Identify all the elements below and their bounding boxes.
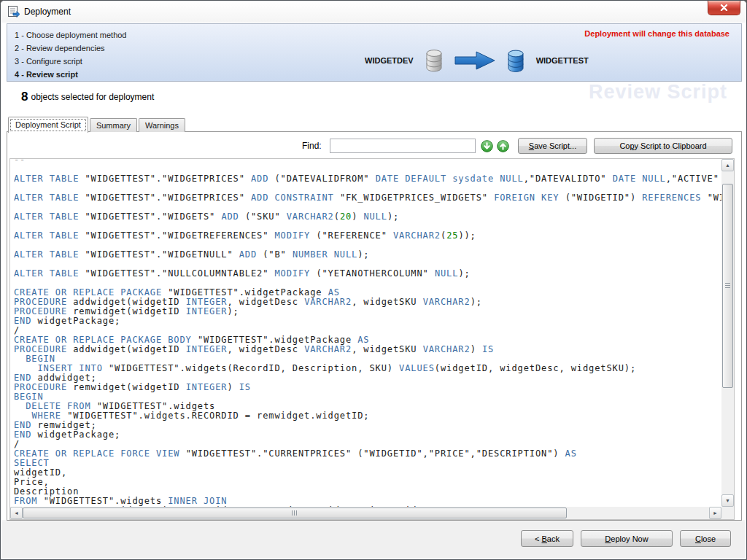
scroll-left-arrow[interactable]: ◄: [10, 507, 23, 519]
find-previous-button[interactable]: [497, 140, 509, 152]
vertical-scrollbar-thumb[interactable]: [722, 184, 733, 388]
script-text-area[interactable]: --ALTER TABLE "WIDGETTEST"."WIDGETPRICES…: [10, 159, 721, 507]
vertical-scrollbar[interactable]: ▲ ▼: [721, 159, 734, 507]
script-line: WHERE "WIDGETTEST".widgets.RECORDID = re…: [14, 411, 721, 421]
copy-script-to-clipboard-button[interactable]: Copy Script to Clipboard: [594, 138, 732, 154]
script-line: --: [14, 159, 721, 165]
script-line: PROCEDURE addwidget(widgetID INTEGER, wi…: [14, 345, 721, 354]
script-line: END widgetPackage;: [14, 316, 721, 326]
objects-count-text: objects selected for deployment: [31, 92, 154, 102]
window-title: Deployment: [24, 7, 71, 17]
review-script-watermark: Review Script: [589, 81, 727, 104]
script-line: ALTER TABLE "WIDGETTEST"."WIDGETS" ADD (…: [14, 212, 721, 222]
deployment-dialog: Deployment 1 - Choose deployment method …: [0, 0, 747, 560]
script-line: ALTER TABLE "WIDGETTEST"."WIDGETPRICES" …: [14, 193, 721, 203]
wizard-step-4: 4 - Review script: [15, 68, 126, 81]
horizontal-scrollbar[interactable]: ◄ ►: [10, 507, 721, 519]
script-line: CREATE OR REPLACE FORCE VIEW "WIDGETTEST…: [14, 449, 721, 459]
deployment-warning-text: Deployment will change this database: [584, 29, 729, 38]
wizard-step-3: 3 - Configure script: [15, 55, 126, 68]
deployment-script-tab-page: Find: Save Script... Copy Script to Clip…: [7, 131, 742, 521]
find-input[interactable]: [330, 139, 476, 153]
script-line: INSERT INTO "WIDGETTEST".widgets(RecordI…: [14, 364, 721, 373]
script-line: ALTER TABLE "WIDGETTEST"."NULLCOLUMNTABL…: [14, 269, 721, 279]
tab-summary[interactable]: Summary: [90, 118, 137, 132]
objects-count: 8: [21, 90, 28, 104]
close-button[interactable]: Close: [680, 530, 731, 547]
script-line: Price,: [14, 478, 721, 487]
script-line: END widgetPackage;: [14, 430, 721, 440]
horizontal-scrollbar-thumb[interactable]: [23, 508, 567, 518]
scroll-down-arrow[interactable]: ▼: [721, 494, 734, 507]
tab-warnings[interactable]: Warnings: [139, 118, 185, 132]
app-icon: [7, 5, 20, 18]
script-line: ALTER TABLE "WIDGETTEST"."WIDGETREFERENC…: [14, 231, 721, 241]
script-viewer: --ALTER TABLE "WIDGETTEST"."WIDGETPRICES…: [9, 158, 735, 520]
script-line: SELECT: [14, 459, 721, 468]
scrollbar-corner: [721, 507, 734, 519]
wizard-step-1: 1 - Choose deployment method: [15, 28, 126, 42]
wizard-step-2: 2 - Review dependencies: [15, 42, 126, 55]
close-icon: [720, 4, 728, 11]
title-bar: Deployment: [1, 1, 746, 23]
script-line: ALTER TABLE "WIDGETTEST"."WIDGETNULL" AD…: [14, 250, 721, 260]
target-database-label: WIDGETTEST: [536, 56, 589, 65]
wizard-steps: 1 - Choose deployment method 2 - Review …: [15, 28, 126, 81]
objects-selected-summary: 8objects selected for deployment: [21, 90, 154, 104]
sql-script: --ALTER TABLE "WIDGETTEST"."WIDGETPRICES…: [14, 159, 721, 507]
tab-strip: Deployment Script Summary Warnings: [8, 117, 187, 132]
script-line: ALTER TABLE "WIDGETTEST"."WIDGETPRICES" …: [14, 174, 721, 184]
close-window-button[interactable]: [708, 1, 740, 15]
database-flow: WIDGETDEV: [365, 43, 589, 78]
script-line: widgetID,: [14, 468, 721, 478]
dialog-button-bar: < Back Deploy Now Close: [1, 521, 746, 559]
source-database-icon: [425, 49, 444, 72]
scroll-up-arrow[interactable]: ▲: [721, 159, 734, 171]
save-script-button[interactable]: Save Script...: [518, 138, 587, 154]
script-toolbar: Find: Save Script... Copy Script to Clip…: [7, 132, 741, 158]
deploy-now-button[interactable]: Deploy Now: [581, 530, 673, 547]
scroll-right-arrow[interactable]: ►: [709, 507, 721, 519]
deploy-direction-arrow-icon: [454, 51, 495, 70]
find-next-button[interactable]: [481, 140, 493, 152]
tab-deployment-script[interactable]: Deployment Script: [8, 117, 88, 133]
script-line: PROCEDURE remwidget(widgetID INTEGER) IS: [14, 383, 721, 392]
source-database-label: WIDGETDEV: [365, 56, 414, 65]
wizard-header: 1 - Choose deployment method 2 - Review …: [7, 23, 742, 82]
target-database-icon: [506, 49, 525, 73]
find-label: Find:: [302, 141, 322, 151]
back-button[interactable]: < Back: [521, 530, 573, 547]
